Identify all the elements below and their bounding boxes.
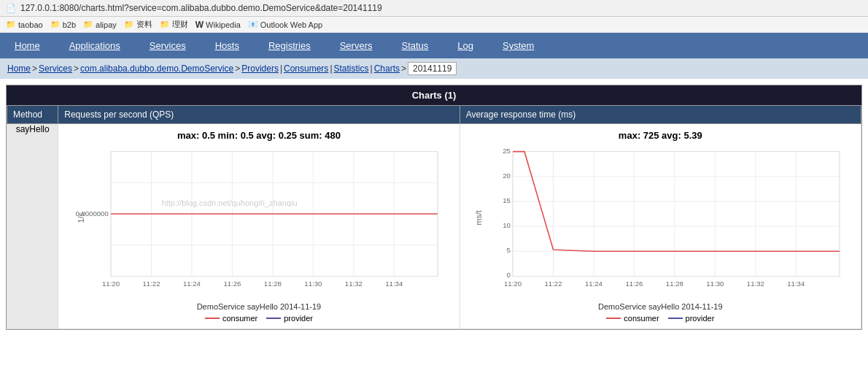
bookmark-b2b[interactable]: 📁b2b	[50, 20, 76, 29]
avg-consumer-line-icon	[606, 318, 621, 319]
nav-registries[interactable]: Registries	[254, 37, 325, 54]
bookmark-taobao[interactable]: 📁taobao	[6, 20, 43, 29]
svg-text:10: 10	[503, 221, 511, 229]
avg-provider-line-icon	[668, 318, 683, 319]
avg-chart-area: ms/t 0 5 10 15 20 25	[466, 144, 855, 299]
svg-text:11:30: 11:30	[305, 280, 322, 288]
svg-text:5: 5	[506, 246, 510, 254]
svg-text:11:24: 11:24	[585, 280, 603, 288]
svg-text:11:20: 11:20	[504, 280, 522, 288]
breadcrumb-services[interactable]: Services	[39, 64, 72, 74]
provider-line-icon	[266, 318, 281, 319]
svg-text:11:26: 11:26	[625, 280, 643, 288]
svg-text:25: 25	[503, 147, 511, 155]
qps-chart-cell: max: 0.5 min: 0.5 avg: 0.25 sum: 480 htt…	[58, 124, 460, 329]
svg-text:20: 20	[503, 172, 511, 180]
qps-legend: consumer provider	[64, 314, 453, 323]
avg-legend-provider: provider	[668, 314, 715, 323]
svg-text:11:32: 11:32	[345, 280, 363, 288]
breadcrumb-charts[interactable]: Charts	[374, 64, 400, 74]
breadcrumb-home[interactable]: Home	[7, 64, 31, 74]
col-method: Method	[7, 106, 58, 124]
breadcrumb-service-name[interactable]: com.alibaba.dubbo.demo.DemoService	[80, 64, 233, 74]
bookmarks-bar: 📁taobao 📁b2b 📁alipay 📁资料 📁理财 WWikipedia …	[0, 17, 868, 33]
breadcrumb-current-date: 20141119	[408, 62, 457, 75]
avg-chart-cell: max: 725 avg: 5.39	[460, 124, 861, 329]
nav-bar: Home Applications Services Hosts Registr…	[0, 33, 868, 58]
charts-table: Method Requests per second (QPS) Average…	[7, 105, 861, 329]
svg-text:11:34: 11:34	[386, 280, 404, 288]
nav-hosts[interactable]: Hosts	[201, 37, 254, 54]
qps-legend-consumer: consumer	[205, 314, 257, 323]
svg-text:15: 15	[503, 196, 511, 204]
charts-section: Charts (1) Method Requests per second (Q…	[6, 85, 862, 330]
method-cell: sayHello	[7, 124, 58, 329]
avg-chart-svg: ms/t 0 5 10 15 20 25	[466, 144, 855, 299]
consumer-label: consumer	[222, 314, 257, 323]
bookmark-wikipedia[interactable]: WWikipedia	[195, 20, 241, 30]
table-row: sayHello max: 0.5 min: 0.5 avg: 0.25 sum…	[7, 124, 861, 329]
nav-services[interactable]: Services	[135, 37, 201, 54]
svg-text:11:28: 11:28	[264, 280, 282, 288]
bookmark-alipay[interactable]: 📁alipay	[83, 20, 117, 29]
svg-text:11:26: 11:26	[224, 280, 241, 288]
bookmark-outlook[interactable]: 📧Outlook Web App	[248, 20, 322, 29]
address-bar: 📄 127.0.0.1:8080/charts.html?service=com…	[0, 0, 868, 17]
nav-applications[interactable]: Applications	[55, 37, 135, 54]
svg-text:0: 0	[506, 271, 510, 279]
breadcrumb: Home > Services > com.alibaba.dubbo.demo…	[0, 58, 868, 79]
nav-status[interactable]: Status	[387, 37, 443, 54]
qps-chart-footer: DemoService sayHello 2014-11-19	[64, 302, 453, 311]
charts-header: Charts (1)	[7, 85, 861, 105]
svg-rect-26	[513, 152, 840, 277]
col-avg-time: Average response time (ms)	[460, 106, 861, 124]
svg-text:11:28: 11:28	[666, 280, 683, 288]
qps-chart-area: http://blog.csdn.net/quhong#i_zhanqiu	[64, 144, 453, 299]
breadcrumb-providers[interactable]: Providers	[241, 64, 279, 74]
page-icon: 📄	[6, 4, 16, 13]
method-name: sayHello	[16, 124, 50, 134]
avg-chart-footer: DemoService sayHello 2014-11-19	[466, 302, 855, 311]
bookmark-ziliao[interactable]: 📁资料	[124, 19, 152, 30]
consumer-line-icon	[205, 318, 220, 319]
nav-log[interactable]: Log	[443, 37, 488, 54]
svg-text:11:34: 11:34	[787, 280, 805, 288]
nav-home[interactable]: Home	[0, 37, 55, 54]
avg-legend: consumer provider	[466, 314, 855, 323]
svg-text:11:30: 11:30	[706, 280, 724, 288]
qps-chart-container: max: 0.5 min: 0.5 avg: 0.25 sum: 480 htt…	[58, 124, 459, 328]
avg-provider-label: provider	[686, 314, 715, 323]
main-content: Charts (1) Method Requests per second (Q…	[0, 79, 868, 336]
breadcrumb-statistics[interactable]: Statistics	[334, 64, 369, 74]
qps-chart-title: max: 0.5 min: 0.5 avg: 0.25 sum: 480	[64, 130, 453, 141]
qps-legend-provider: provider	[266, 314, 313, 323]
avg-consumer-label: consumer	[624, 314, 659, 323]
svg-text:11:32: 11:32	[746, 280, 764, 288]
svg-text:11:24: 11:24	[183, 280, 201, 288]
avg-chart-title: max: 725 avg: 5.39	[466, 130, 855, 141]
breadcrumb-consumers[interactable]: Consumers	[284, 64, 328, 74]
svg-text:11:20: 11:20	[102, 280, 120, 288]
bookmark-licai[interactable]: 📁理财	[160, 19, 188, 30]
svg-text:0.0000000: 0.0000000	[76, 209, 109, 218]
nav-servers[interactable]: Servers	[325, 37, 387, 54]
svg-text:ms/t: ms/t	[474, 210, 483, 225]
qps-chart-svg: 1/s 0.0000000 11:20 11:22 11:24 11	[64, 144, 453, 299]
provider-label: provider	[284, 314, 313, 323]
avg-chart-container: max: 725 avg: 5.39	[460, 124, 861, 328]
svg-text:11:22: 11:22	[544, 280, 562, 288]
nav-system[interactable]: System	[488, 37, 549, 54]
svg-text:11:22: 11:22	[143, 280, 160, 288]
url-text: 127.0.0.1:8080/charts.html?service=com.a…	[20, 3, 382, 13]
avg-legend-consumer: consumer	[606, 314, 659, 323]
col-qps: Requests per second (QPS)	[58, 106, 460, 124]
